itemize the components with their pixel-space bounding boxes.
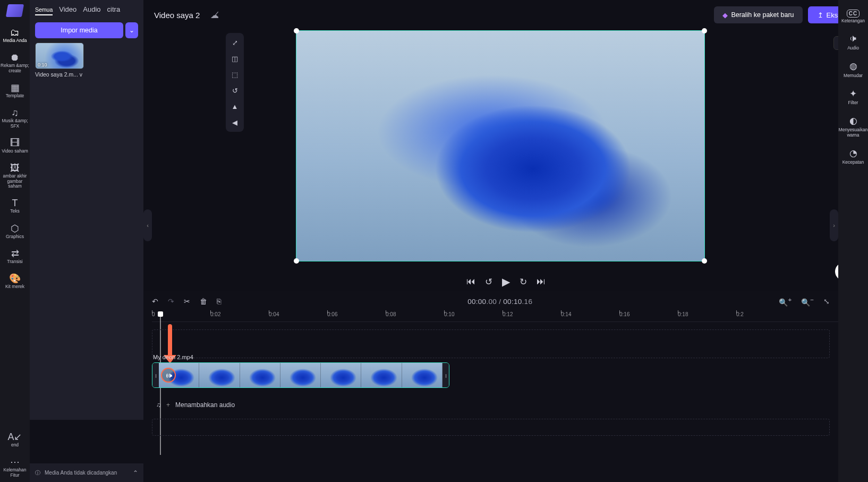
ruler-tick: 0:06 [327,311,337,317]
delete-button[interactable]: 🗑 [200,297,207,306]
nav-item-graphics[interactable]: ⬡ Graphics [0,219,30,243]
nav-item-label: Kelemahan Fitur [3,468,26,478]
nav-item-media[interactable]: 🗂 Media Anda [0,23,30,47]
rr-item-filter[interactable]: ✦ Filter [838,84,868,108]
tab-audio[interactable]: Audio [83,5,100,16]
nav-rail: 🗂 Media Anda ⏺ Rekam &amp; create ▦ Temp… [0,0,30,482]
resize-handle-bl[interactable] [294,258,299,264]
empty-track[interactable] [152,419,830,436]
rr-item-captions[interactable]: CC Keterangan [838,3,868,27]
prev-button[interactable]: ⏮ [466,276,475,287]
speaker-icon: 🕩 [849,33,858,45]
import-dropdown-button[interactable]: ⌄ [125,22,138,38]
duplicate-button[interactable]: ⎘ [217,297,221,306]
zoom-out-button[interactable]: 🔍− [801,296,814,307]
playhead[interactable] [158,311,163,317]
folder-icon: 🗂 [10,27,20,38]
collapse-right-panel[interactable]: › [830,209,838,241]
nav-item-brandkit[interactable]: 🎨 Kit merek [0,269,30,293]
undo-button[interactable]: ↶ [152,297,158,306]
ruler-tick: 0:14 [561,311,571,317]
audio-track[interactable]: ♫ + Menambahkan audio [152,395,830,415]
preview-canvas[interactable] [296,30,705,261]
clip-frame [199,363,240,387]
project-title[interactable]: Video saya 2 [154,11,200,20]
backup-bar[interactable]: ⓘ Media Anda tidak dicadangkan ⌃ [30,463,143,482]
rr-item-fade[interactable]: ◍ Memudar [838,57,868,81]
tab-all[interactable]: Semua [35,6,53,15]
backup-text: Media Anda tidak dicadangkan [45,470,117,476]
clip-audio-button[interactable]: 🕪 [161,368,176,383]
empty-track[interactable] [152,329,830,358]
nav-item-stock-video[interactable]: 🎞 Video saham [0,134,30,158]
zoom-fit-button[interactable]: ⤡ [823,297,830,306]
app-logo [6,4,24,17]
nav-item-music[interactable]: ♫ Musik &amp; SFX [0,104,30,133]
thumbnail-duration: 0:10 [38,62,47,67]
time-total-frac: .16 [522,298,533,306]
ruler-tick: 0:12 [503,311,513,317]
import-media-button[interactable]: Impor media [35,22,123,38]
ruler-tick: 0:18 [678,311,688,317]
forward-10-button[interactable]: ↻ [520,276,527,287]
upgrade-button[interactable]: ◆ Beralih ke paket baru [714,6,802,23]
clip-left-handle[interactable]: || [152,363,159,387]
palette-icon: 🎨 [9,273,21,284]
collapse-media-panel[interactable]: ‹ [143,209,152,241]
rewind-10-button[interactable]: ↺ [485,276,492,287]
clip-frame [361,363,402,387]
transition-icon: ⇄ [11,248,19,259]
resize-handle-br[interactable] [702,258,707,264]
resize-handle-tl[interactable] [294,28,299,33]
nav-item-label: Transisi [7,259,22,264]
stage-top-bar: Video saya 2 ☁̸ ◆ Beralih ke paket baru … [143,0,868,30]
nav-item-label: Teks [10,209,19,214]
rr-item-label: Keterangan [841,19,865,23]
tab-image[interactable]: citra [107,5,121,16]
nav-item-transitions[interactable]: ⇄ Transisi [0,244,30,268]
clip-right-handle[interactable]: || [442,363,449,387]
cloud-off-icon[interactable]: ☁̸ [210,10,219,20]
ruler-tick: 0:16 [619,311,629,317]
right-rail: CC Keterangan 🕩 Audio ◍ Memudar ✦ Filter… [838,0,868,482]
nav-item-stock-image[interactable]: 🖼 ambar akhir gambar saham [0,159,30,193]
shapes-icon: ⬡ [11,223,19,234]
stage: Video saya 2 ☁̸ ◆ Beralih ke paket baru … [143,0,868,291]
split-button[interactable]: ✂ [184,297,190,306]
zoom-in-button[interactable]: 🔍+ [779,296,792,307]
video-clip[interactable]: || || 🕪 [152,362,449,388]
chevron-up-icon: ⌃ [133,469,138,477]
nav-item-captions-end[interactable]: A↙ end [0,428,30,452]
nav-item-label: ambar akhir gambar saham [0,174,30,189]
nav-item-record[interactable]: ⏺ Rekam &amp; create [0,48,30,78]
tab-video[interactable]: Video [59,5,76,16]
next-button[interactable]: ⏭ [537,276,546,287]
redo-button[interactable]: ↷ [168,297,174,306]
rr-item-label: Memudar [844,73,863,78]
nav-item-text[interactable]: T Teks [0,194,30,218]
thumbnail-name: Video saya 2.m... v [35,71,143,78]
nav-item-templates[interactable]: ▦ Template [0,79,30,103]
ruler-tick: 0 [152,311,155,317]
video-track[interactable]: My deon 2.mp4 || || 🕪 [152,362,830,391]
rr-item-label: Audio [847,46,859,50]
speed-icon: ◔ [849,147,857,159]
text-icon: T [12,197,18,209]
info-icon: ⓘ [35,469,40,477]
nav-item-feature-weakness[interactable]: ⋯ Kelemahan Fitur [0,453,30,482]
timeline-time: 00:00.00 / 00:10.16 [467,298,532,306]
ruler-tick: 0:08 [386,311,396,317]
rr-item-label: Kecepatan [843,160,864,165]
nav-item-label: Kit merek [5,284,24,289]
media-thumbnail[interactable]: 0:10 [35,43,84,69]
resize-handle-tr[interactable] [702,28,707,33]
play-button[interactable]: ▶ [502,275,510,288]
clip-frames [159,363,442,387]
clip-label: My deon 2.mp4 [153,354,193,360]
timeline-ruler[interactable]: 00:020:040:060:080:100:120:140:160:180:2 [152,311,838,322]
rr-item-label: Filter [848,100,858,105]
rr-item-audio[interactable]: 🕩 Audio [838,30,868,54]
rr-item-color[interactable]: ◐ Menyesuaikan warna [838,112,868,141]
diamond-icon: ◆ [722,11,728,19]
rr-item-speed[interactable]: ◔ Kecepatan [838,144,868,168]
